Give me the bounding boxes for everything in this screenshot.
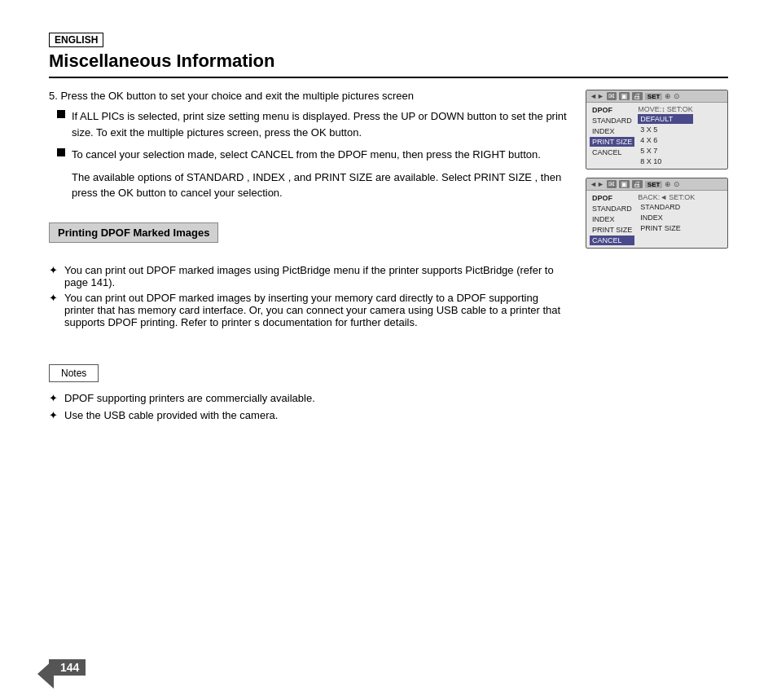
notes-bullet-1: ✦ DPOF supporting printers are commercia… — [49, 392, 571, 404]
page: ENGLISH Miscellaneous Information 5. Pre… — [0, 0, 777, 700]
camera-col2-item-2: 3 X 5 — [638, 125, 693, 134]
available-options-text: The available options of STANDARD , INDE… — [49, 169, 571, 201]
camera2-col1: DPOF STANDARD INDEX PRINT SIZE CANCEL — [590, 193, 634, 245]
notes-text-1: DPOF supporting printers are commerciall… — [64, 392, 315, 404]
camera2-col1-header: DPOF — [590, 193, 634, 203]
english-badge: ENGLISH — [49, 33, 103, 47]
left-content: 5. Press the OK button to set your choic… — [49, 90, 571, 426]
content-area: 5. Press the OK button to set your choic… — [49, 90, 728, 426]
camera-col1-item-2: INDEX — [590, 126, 634, 136]
cross-icon-2: ✦ — [49, 292, 58, 304]
camera2-col2-item-3: PRINT SIZE — [638, 223, 695, 233]
right-content: ◄► ✉ ▣ 🖨 SET ⊕ ⊙ DPOF STANDARD INDEX PRI… — [586, 90, 728, 426]
notes-bullet-2: ✦ Use the USB cable provided with the ca… — [49, 409, 571, 421]
bullet-item-1: If ALL PICs is selected, print size sett… — [49, 108, 571, 140]
printing-bullet-text-1: You can print out DPOF marked images usi… — [64, 264, 571, 288]
notes-section: Notes ✦ DPOF supporting printers are com… — [49, 353, 571, 421]
set-label-2: SET:OK — [669, 193, 695, 201]
camera-ui-box-2: ◄► ✉ ▣ 🖨 SET ⊕ ⊙ DPOF STANDARD INDEX PRI… — [586, 178, 728, 249]
printing-bullet-1: ✦ You can print out DPOF marked images u… — [49, 264, 571, 288]
camera-col2-item-3: 4 X 6 — [638, 135, 693, 145]
bullet-item-2: To cancel your selection made, select CA… — [49, 147, 571, 163]
page-number-area: 144 — [49, 659, 86, 676]
notes-label: Notes — [49, 364, 99, 382]
camera-toolbar-1: ◄► ✉ ▣ 🖨 SET ⊕ ⊙ — [586, 90, 727, 103]
camera2-col2-item-1: STANDARD — [638, 202, 695, 212]
camera2-col2-item-2: INDEX — [638, 213, 695, 222]
camera-col2-item-1: DEFAULT — [638, 114, 693, 124]
camera2-col1-item-4: CANCEL — [590, 236, 634, 245]
printing-dpof-section: Printing DPOF Marked Images ✦ You can pr… — [49, 206, 571, 328]
printing-bullets: ✦ You can print out DPOF marked images u… — [49, 264, 571, 328]
notes-text-2: Use the USB cable provided with the came… — [64, 409, 278, 421]
bullet-text-2: To cancel your selection made, select CA… — [72, 147, 571, 163]
bullet-text-1: If ALL PICs is selected, print size sett… — [72, 108, 571, 140]
camera-col1-header: DPOF — [590, 105, 634, 115]
printing-bullet-text-2: You can print out DPOF marked images by … — [64, 292, 571, 328]
camera-col2: MOVE:↕ SET:OK DEFAULT 3 X 5 4 X 6 5 X 7 … — [638, 105, 693, 166]
page-title: Miscellaneous Information — [49, 51, 728, 78]
printing-bullet-2: ✦ You can print out DPOF marked images b… — [49, 292, 571, 328]
set-label-1: SET:OK — [667, 105, 693, 113]
cross-icon-1: ✦ — [49, 264, 58, 276]
camera2-col1-item-2: INDEX — [590, 214, 634, 224]
cross-icon-3: ✦ — [49, 392, 58, 404]
camera2-col2: BACK:◄ SET:OK STANDARD INDEX PRINT SIZE — [638, 193, 695, 245]
camera-col2-item-5: 8 X 10 — [638, 156, 693, 166]
camera2-col1-item-3: PRINT SIZE — [590, 225, 634, 235]
camera-col1-item-1: STANDARD — [590, 116, 634, 125]
move-label-1: MOVE:↕ — [638, 105, 665, 113]
printing-dpof-header: Printing DPOF Marked Images — [49, 222, 218, 243]
camera-col1-item-4: CANCEL — [590, 147, 634, 157]
bullet-icon-1 — [57, 110, 65, 118]
camera-col2-item-4: 5 X 7 — [638, 146, 693, 156]
step5-text: 5. Press the OK button to set your choic… — [49, 90, 571, 102]
page-number: 144 — [49, 659, 86, 676]
back-label-2: BACK:◄ — [638, 193, 667, 201]
camera-menu-body-2: DPOF STANDARD INDEX PRINT SIZE CANCEL BA… — [586, 191, 727, 248]
camera-ui-box-1: ◄► ✉ ▣ 🖨 SET ⊕ ⊙ DPOF STANDARD INDEX PRI… — [586, 90, 728, 169]
camera-col1: DPOF STANDARD INDEX PRINT SIZE CANCEL — [590, 105, 634, 166]
bullet-icon-2 — [57, 148, 65, 156]
camera-col1-item-3: PRINT SIZE — [590, 137, 634, 147]
camera2-col1-item-1: STANDARD — [590, 204, 634, 214]
camera-toolbar-2: ◄► ✉ ▣ 🖨 SET ⊕ ⊙ — [586, 178, 727, 191]
camera-menu-body-1: DPOF STANDARD INDEX PRINT SIZE CANCEL MO… — [586, 103, 727, 169]
cross-icon-4: ✦ — [49, 409, 58, 421]
